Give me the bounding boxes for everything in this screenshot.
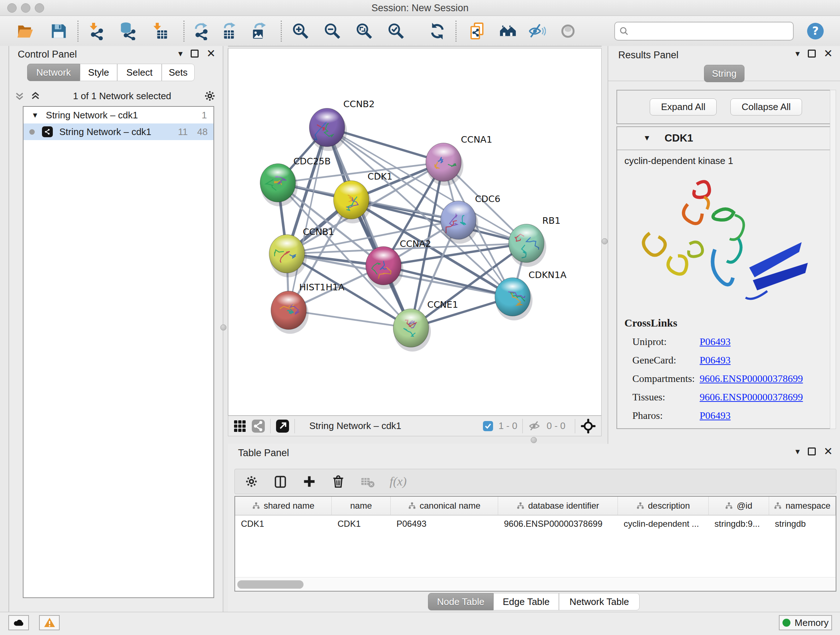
crosslink-link[interactable]: P06493 xyxy=(699,410,731,421)
search-field[interactable] xyxy=(614,22,794,41)
pan-crosshair-icon[interactable] xyxy=(580,418,596,434)
cloud-status-button[interactable] xyxy=(8,615,29,630)
table-cell[interactable]: CDK1 xyxy=(332,519,391,529)
memory-button[interactable]: Memory xyxy=(779,615,832,630)
table-column-header[interactable]: description xyxy=(618,497,709,515)
zoom-selected-icon[interactable] xyxy=(387,22,406,41)
network-view-canvas[interactable]: CCNB2CCNA1CDC25BCDK1CDC6RB1CCNB1CCNA2CDK… xyxy=(228,48,602,416)
results-panel-float-icon[interactable] xyxy=(808,50,816,57)
zoom-out-icon[interactable] xyxy=(323,22,342,41)
table-row[interactable]: CDK1CDK1P064939606.ENSP00000378699cyclin… xyxy=(235,516,836,532)
show-all-eye-icon[interactable] xyxy=(559,22,577,41)
table-options-gear-icon[interactable] xyxy=(244,474,259,489)
node-details-header[interactable]: ▼ CDK1 xyxy=(617,127,835,150)
table-horizontal-scrollbar[interactable] xyxy=(235,577,836,591)
open-in-window-icon[interactable] xyxy=(276,419,289,433)
birdseye-view-icon[interactable] xyxy=(233,420,246,432)
table-column-header[interactable]: canonical name xyxy=(391,497,498,515)
search-input[interactable] xyxy=(629,23,793,39)
table-cell[interactable]: cyclin-dependent ... xyxy=(618,519,709,529)
results-panel-close-icon[interactable]: ✕ xyxy=(824,48,833,59)
hide-selected-eye-icon[interactable] xyxy=(527,22,546,41)
tab-sets[interactable]: Sets xyxy=(162,64,195,81)
table-column-header[interactable]: shared name xyxy=(235,497,332,515)
delete-column-trash-icon[interactable] xyxy=(331,474,346,489)
results-panel-menu-icon[interactable]: ▾ xyxy=(796,48,800,59)
tab-select[interactable]: Select xyxy=(117,64,162,81)
import-table-from-file-icon[interactable] xyxy=(151,22,170,41)
import-network-from-file-icon[interactable] xyxy=(87,22,106,41)
open-session-icon[interactable] xyxy=(16,22,35,41)
control-panel-close-icon[interactable]: ✕ xyxy=(207,48,216,59)
tab-network[interactable]: Network xyxy=(27,64,80,81)
network-node[interactable] xyxy=(393,309,431,352)
zoom-fit-content-icon[interactable] xyxy=(355,22,374,41)
expand-all-networks-icon[interactable] xyxy=(14,90,25,101)
network-options-gear-icon[interactable] xyxy=(203,89,216,103)
network-node[interactable] xyxy=(426,143,463,186)
network-node[interactable] xyxy=(366,247,403,289)
refresh-view-icon[interactable] xyxy=(428,22,447,41)
home-icon[interactable] xyxy=(499,22,517,41)
table-cell[interactable]: P06493 xyxy=(391,519,498,529)
tab-edge-table[interactable]: Edge Table xyxy=(493,593,559,610)
expand-all-button[interactable]: Expand All xyxy=(650,98,717,116)
import-network-from-database-icon[interactable] xyxy=(118,22,137,41)
export-image-icon[interactable] xyxy=(249,22,268,41)
show-columns-icon[interactable] xyxy=(273,474,287,489)
network-type-icon[interactable] xyxy=(251,419,265,433)
network-node[interactable] xyxy=(495,278,532,320)
apply-function-icon[interactable]: f(x) xyxy=(390,475,407,488)
collapse-all-networks-icon[interactable] xyxy=(30,90,41,101)
right-splitter-handle[interactable] xyxy=(602,238,608,244)
table-cell[interactable]: stringdb xyxy=(769,519,836,529)
hidden-eye-icon[interactable] xyxy=(528,419,542,433)
network-node[interactable] xyxy=(333,181,371,223)
table-column-header[interactable]: namespace xyxy=(769,497,836,515)
network-collection-row[interactable]: ▼ String Network – cdk1 1 xyxy=(24,107,213,124)
network-row[interactable]: String Network – cdk1 11 48 xyxy=(24,124,213,140)
table-column-header[interactable]: database identifier xyxy=(498,497,618,515)
table-cell[interactable]: 9606.ENSP00000378699 xyxy=(498,519,618,529)
crosslink-link[interactable]: P06493 xyxy=(699,355,731,366)
network-node[interactable] xyxy=(271,291,309,334)
network-node[interactable] xyxy=(260,164,298,206)
details-expander-icon[interactable]: ▼ xyxy=(643,134,651,142)
save-session-icon[interactable] xyxy=(49,22,68,41)
add-column-icon[interactable] xyxy=(302,474,317,489)
table-cell[interactable]: CDK1 xyxy=(235,519,332,529)
network-node[interactable] xyxy=(441,201,478,244)
table-column-header[interactable]: @id xyxy=(709,497,769,515)
export-table-icon[interactable] xyxy=(221,22,240,41)
table-cell[interactable]: stringdb:9... xyxy=(709,519,769,529)
help-icon[interactable]: ? xyxy=(806,22,825,41)
delete-table-icon[interactable] xyxy=(360,474,375,489)
table-column-header[interactable]: name xyxy=(332,497,391,515)
tab-network-table[interactable]: Network Table xyxy=(559,593,639,610)
control-panel-menu-icon[interactable]: ▾ xyxy=(178,48,183,59)
results-scrollbar[interactable] xyxy=(830,90,836,429)
network-graph[interactable]: CCNB2CCNA1CDC25BCDK1CDC6RB1CCNB1CCNA2CDK… xyxy=(228,49,601,415)
clone-network-icon[interactable] xyxy=(468,22,487,41)
crosslink-link[interactable]: P06493 xyxy=(699,336,731,348)
control-panel-float-icon[interactable] xyxy=(191,50,199,57)
left-splitter-handle[interactable] xyxy=(220,325,226,331)
tab-node-table[interactable]: Node Table xyxy=(428,593,493,610)
right-splitter[interactable] xyxy=(602,46,608,444)
crosslink-link[interactable]: 9606.ENSP00000378699 xyxy=(699,391,803,403)
tab-string[interactable]: String xyxy=(704,65,745,82)
tab-style[interactable]: Style xyxy=(80,64,117,81)
table-panel-menu-icon[interactable]: ▾ xyxy=(796,446,800,457)
collapse-all-button[interactable]: Collapse All xyxy=(730,98,802,116)
bottom-splitter-handle[interactable] xyxy=(531,437,537,443)
collection-expander-icon[interactable]: ▼ xyxy=(32,111,39,119)
crosslink-link[interactable]: 9606.ENSP00000378699 xyxy=(699,373,803,385)
table-panel-close-icon[interactable]: ✕ xyxy=(824,446,833,457)
network-node[interactable] xyxy=(508,224,546,267)
collapsed-side-strip[interactable] xyxy=(0,46,9,612)
selected-checkbox-icon[interactable] xyxy=(483,421,493,432)
export-network-icon[interactable] xyxy=(192,22,210,41)
network-node[interactable] xyxy=(309,108,347,151)
table-scrollbar-thumb[interactable] xyxy=(237,580,303,589)
zoom-in-icon[interactable] xyxy=(291,22,310,41)
